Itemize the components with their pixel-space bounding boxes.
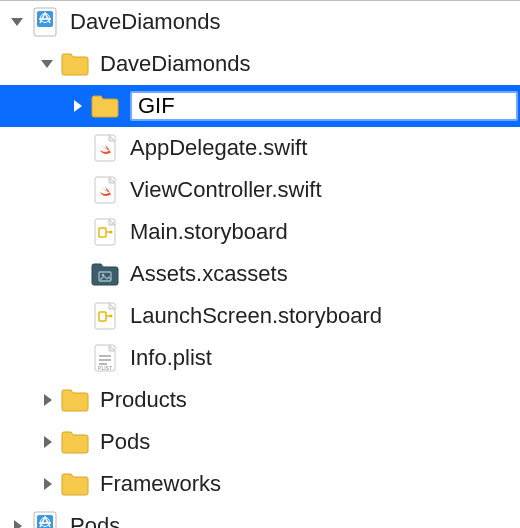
tree-row-file[interactable]: Main.storyboard <box>0 211 520 253</box>
storyboard-file-icon <box>90 301 120 331</box>
tree-item-label: Pods <box>70 513 120 528</box>
plist-file-icon <box>90 343 120 373</box>
disclosure-triangle-icon[interactable] <box>38 55 56 73</box>
tree-row-file[interactable]: AppDelegate.swift <box>0 127 520 169</box>
rename-input[interactable] <box>130 91 518 121</box>
xcode-project-icon <box>30 7 60 37</box>
tree-item-label: Assets.xcassets <box>130 261 288 287</box>
tree-item-label: Info.plist <box>130 345 212 371</box>
tree-row-root-project[interactable]: Pods <box>0 505 520 528</box>
tree-item-label: Main.storyboard <box>130 219 288 245</box>
tree-row-file[interactable]: LaunchScreen.storyboard <box>0 295 520 337</box>
tree-item-label: AppDelegate.swift <box>130 135 307 161</box>
tree-row-folder-selected[interactable] <box>0 85 520 127</box>
tree-item-label: Frameworks <box>100 471 221 497</box>
tree-item-label: DaveDiamonds <box>70 9 220 35</box>
folder-icon <box>90 91 120 121</box>
project-navigator-tree[interactable]: DaveDiamonds DaveDiamonds AppDelegate.sw… <box>0 1 520 528</box>
swift-file-icon <box>90 133 120 163</box>
disclosure-triangle-icon[interactable] <box>38 433 56 451</box>
tree-row-folder[interactable]: Pods <box>0 421 520 463</box>
disclosure-triangle-icon[interactable] <box>38 391 56 409</box>
folder-icon <box>60 49 90 79</box>
folder-icon <box>60 469 90 499</box>
xcassets-folder-icon <box>90 259 120 289</box>
tree-row-folder[interactable]: Products <box>0 379 520 421</box>
folder-icon <box>60 385 90 415</box>
tree-item-label: Pods <box>100 429 150 455</box>
tree-item-label: LaunchScreen.storyboard <box>130 303 382 329</box>
tree-row-folder[interactable]: DaveDiamonds <box>0 43 520 85</box>
disclosure-triangle-icon[interactable] <box>38 475 56 493</box>
disclosure-triangle-icon[interactable] <box>8 13 26 31</box>
tree-item-label: DaveDiamonds <box>100 51 250 77</box>
tree-item-label: ViewController.swift <box>130 177 322 203</box>
tree-row-root-project[interactable]: DaveDiamonds <box>0 1 520 43</box>
tree-row-file[interactable]: Info.plist <box>0 337 520 379</box>
xcode-project-icon <box>30 511 60 528</box>
storyboard-file-icon <box>90 217 120 247</box>
tree-row-file[interactable]: Assets.xcassets <box>0 253 520 295</box>
folder-icon <box>60 427 90 457</box>
disclosure-triangle-icon[interactable] <box>8 517 26 528</box>
disclosure-triangle-icon[interactable] <box>68 97 86 115</box>
tree-row-file[interactable]: ViewController.swift <box>0 169 520 211</box>
tree-row-folder[interactable]: Frameworks <box>0 463 520 505</box>
swift-file-icon <box>90 175 120 205</box>
tree-item-label: Products <box>100 387 187 413</box>
